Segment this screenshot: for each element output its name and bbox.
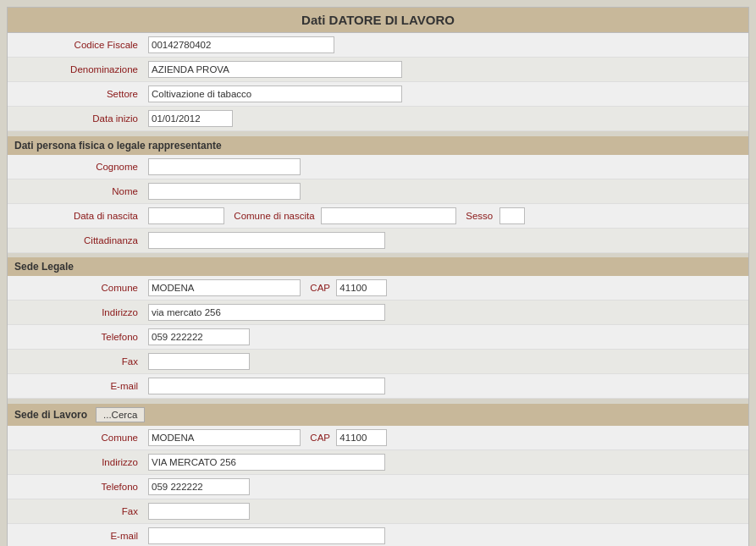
codice-fiscale-cell [143, 33, 748, 58]
sl-comune-cell: CAP [143, 276, 748, 301]
page-wrapper: Dati DATORE DI LAVORO Codice Fiscale Den… [0, 0, 756, 546]
denominazione-row: Denominazione [8, 58, 748, 82]
cittadinanza-label: Cittadinanza [8, 228, 143, 252]
cittadinanza-row: Cittadinanza [8, 228, 748, 252]
data-inizio-input[interactable] [148, 110, 233, 127]
slav-indirizzo-label: Indirizzo [8, 449, 143, 474]
nascita-cell: Comune di nascita Sesso [143, 203, 748, 228]
data-nascita-input[interactable] [148, 207, 224, 224]
nome-cell [143, 179, 748, 203]
sesso-label: Sesso [459, 211, 496, 221]
sl-fax-row: Fax [8, 350, 748, 374]
slav-indirizzo-row: Indirizzo [8, 449, 748, 474]
slav-email-input[interactable] [148, 527, 385, 544]
comune-nascita-input[interactable] [321, 207, 456, 224]
sede-legale-section-header: Sede Legale [8, 257, 748, 276]
sl-telefono-input[interactable] [148, 328, 250, 345]
cognome-cell [143, 155, 748, 179]
sl-comune-label: Comune [8, 276, 143, 301]
comune-nascita-label: Comune di nascita [227, 211, 317, 221]
denominazione-input[interactable] [148, 61, 402, 78]
sl-comune-row: Comune CAP [8, 276, 748, 301]
slav-email-label: E-mail [8, 523, 143, 546]
slav-email-cell [143, 523, 748, 546]
cittadinanza-cell [143, 228, 748, 252]
sl-telefono-cell [143, 325, 748, 350]
settore-cell [143, 82, 748, 107]
slav-fax-label: Fax [8, 499, 143, 523]
sl-cap-label: CAP [303, 283, 334, 293]
cognome-row: Cognome [8, 155, 748, 179]
sede-lavoro-header-row: Sede di Lavoro ...Cerca [8, 404, 748, 426]
nome-row: Nome [8, 179, 748, 203]
sl-telefono-label: Telefono [8, 325, 143, 350]
slav-telefono-label: Telefono [8, 474, 143, 499]
sede-lavoro-section-header: Sede di Lavoro [14, 409, 87, 421]
slav-email-row: E-mail [8, 523, 748, 546]
data-inizio-row: Data inizio [8, 107, 748, 131]
datore-table: Codice Fiscale Denominazione Settore Dat… [8, 33, 748, 546]
slav-indirizzo-input[interactable] [148, 454, 385, 471]
cittadinanza-input[interactable] [148, 232, 385, 249]
sede-legale-header-row: Sede Legale [8, 257, 748, 276]
sl-email-cell [143, 374, 748, 399]
sl-comune-input[interactable] [148, 279, 301, 296]
page-title: Dati DATORE DI LAVORO [8, 13, 748, 27]
page-title-bar: Dati DATORE DI LAVORO [8, 8, 748, 33]
nome-input[interactable] [148, 183, 301, 200]
codice-fiscale-input[interactable] [148, 36, 334, 53]
slav-indirizzo-cell [143, 449, 748, 474]
cognome-label: Cognome [8, 155, 143, 179]
slav-cap-label: CAP [303, 433, 334, 443]
nome-label: Nome [8, 179, 143, 203]
denominazione-cell [143, 58, 748, 82]
sl-indirizzo-input[interactable] [148, 304, 385, 321]
settore-row: Settore [8, 82, 748, 107]
cognome-input[interactable] [148, 158, 301, 175]
slav-telefono-row: Telefono [8, 474, 748, 499]
sl-cap-input[interactable] [336, 279, 387, 296]
sl-email-row: E-mail [8, 374, 748, 399]
data-nascita-label: Data di nascita [8, 203, 143, 228]
persona-header-row: Dati persona fisica o legale rappresenta… [8, 136, 748, 155]
codice-fiscale-label: Codice Fiscale [8, 33, 143, 58]
denominazione-label: Denominazione [8, 58, 143, 82]
slav-telefono-cell [143, 474, 748, 499]
sesso-input[interactable] [499, 207, 525, 224]
sl-indirizzo-row: Indirizzo [8, 301, 748, 325]
codice-fiscale-row: Codice Fiscale [8, 33, 748, 58]
sl-indirizzo-cell [143, 301, 748, 325]
data-inizio-label: Data inizio [8, 107, 143, 131]
sl-fax-cell [143, 350, 748, 374]
slav-cap-input[interactable] [336, 429, 387, 446]
sl-email-label: E-mail [8, 374, 143, 399]
slav-fax-row: Fax [8, 499, 748, 523]
slav-comune-input[interactable] [148, 429, 301, 446]
cerca-button[interactable]: ...Cerca [96, 407, 145, 422]
slav-fax-input[interactable] [148, 503, 250, 520]
main-container: Dati DATORE DI LAVORO Codice Fiscale Den… [7, 7, 749, 546]
slav-comune-cell: CAP [143, 426, 748, 450]
slav-telefono-input[interactable] [148, 478, 250, 495]
sl-fax-label: Fax [8, 350, 143, 374]
slav-comune-label: Comune [8, 426, 143, 450]
sl-fax-input[interactable] [148, 353, 250, 370]
sede-lavoro-header: Sede di Lavoro ...Cerca [8, 404, 748, 426]
nascita-row: Data di nascita Comune di nascita Sesso [8, 203, 748, 228]
sl-email-input[interactable] [148, 378, 385, 394]
data-inizio-cell [143, 107, 748, 131]
settore-input[interactable] [148, 85, 402, 102]
slav-fax-cell [143, 499, 748, 523]
sl-indirizzo-label: Indirizzo [8, 301, 143, 325]
settore-label: Settore [8, 82, 143, 107]
sl-telefono-row: Telefono [8, 325, 748, 350]
slav-comune-row: Comune CAP [8, 426, 748, 450]
persona-section-header: Dati persona fisica o legale rappresenta… [8, 136, 748, 155]
